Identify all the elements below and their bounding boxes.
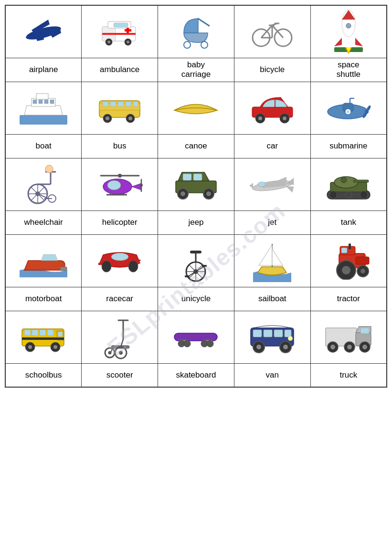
svg-rect-146 — [40, 330, 46, 336]
label-jeep: jeep — [158, 211, 234, 234]
label-car: car — [234, 134, 310, 158]
label-schoolbus: schoolbus — [5, 363, 82, 387]
svg-point-178 — [283, 345, 288, 349]
svg-rect-143 — [58, 332, 63, 337]
svg-point-138 — [360, 269, 365, 274]
cell-wheelchair-img — [5, 158, 82, 211]
svg-rect-139 — [349, 243, 351, 249]
svg-rect-128 — [185, 275, 190, 277]
cell-bicycle-img — [234, 5, 310, 58]
svg-line-15 — [198, 19, 209, 26]
svg-point-159 — [119, 351, 123, 355]
svg-line-20 — [261, 25, 272, 38]
label-scooter: scooter — [82, 363, 158, 387]
cell-racecar-img — [82, 234, 158, 287]
svg-point-111 — [111, 253, 128, 261]
label-tractor: tractor — [310, 287, 387, 311]
svg-point-84 — [140, 184, 143, 187]
svg-rect-105 — [353, 180, 369, 182]
svg-point-117 — [128, 261, 138, 272]
cell-helicopter-img — [82, 158, 158, 211]
svg-rect-181 — [360, 328, 369, 334]
svg-point-116 — [102, 261, 111, 272]
label-submarine: submarine — [310, 134, 387, 158]
svg-rect-48 — [133, 102, 138, 106]
label-sailboat: sailboat — [234, 287, 310, 311]
label-truck: truck — [310, 363, 387, 387]
svg-point-106 — [341, 177, 347, 183]
svg-point-79 — [45, 165, 53, 173]
svg-rect-125 — [190, 251, 201, 253]
label-tank: tank — [310, 211, 387, 234]
label-motorboat: motorboat — [5, 287, 82, 311]
svg-point-150 — [28, 345, 32, 349]
svg-rect-35 — [20, 115, 67, 125]
svg-rect-171 — [264, 330, 272, 337]
svg-rect-132 — [356, 257, 369, 264]
svg-rect-90 — [183, 174, 191, 180]
svg-line-21 — [272, 25, 283, 38]
svg-point-109 — [345, 191, 352, 198]
svg-point-95 — [206, 191, 211, 196]
cell-jeep-img — [158, 158, 234, 211]
svg-rect-46 — [118, 102, 124, 106]
svg-point-11 — [107, 41, 110, 43]
svg-point-13 — [127, 41, 129, 43]
label-helicopter: helicopter — [82, 211, 158, 234]
cell-unicycle-img — [158, 234, 234, 287]
label-airplane: airplane — [5, 58, 82, 82]
svg-rect-45 — [110, 102, 116, 106]
svg-point-183 — [330, 345, 335, 349]
label-boat: boat — [5, 134, 82, 158]
cell-bus-img — [82, 82, 158, 134]
svg-rect-47 — [126, 102, 131, 106]
svg-point-61 — [347, 110, 350, 113]
cell-sailboat-img — [234, 234, 310, 287]
page: ESLprintables.com — [0, 0, 392, 558]
svg-rect-134 — [341, 248, 347, 253]
cell-jet-img — [234, 158, 310, 211]
svg-rect-39 — [39, 100, 42, 104]
svg-point-85 — [107, 180, 121, 190]
svg-rect-148 — [22, 337, 64, 340]
svg-rect-147 — [47, 330, 53, 336]
label-racecar: racecar — [82, 287, 158, 311]
vehicles-grid: airplane ambulance baby carriage bicycle… — [5, 5, 387, 388]
svg-point-81 — [118, 174, 122, 178]
svg-point-57 — [283, 116, 286, 120]
svg-marker-31 — [334, 38, 342, 46]
svg-point-93 — [180, 191, 185, 196]
cell-ambulance-img — [82, 5, 158, 58]
cell-scooter-img — [82, 311, 158, 363]
cell-car-img — [234, 82, 310, 134]
svg-rect-91 — [193, 174, 202, 180]
svg-rect-110 — [60, 267, 67, 271]
svg-marker-32 — [355, 38, 363, 46]
svg-rect-44 — [103, 102, 108, 106]
cell-van-img — [234, 311, 310, 363]
svg-rect-129 — [202, 265, 207, 267]
svg-point-107 — [329, 191, 337, 199]
svg-point-101 — [258, 182, 265, 187]
svg-rect-9 — [127, 28, 129, 33]
svg-point-55 — [258, 116, 262, 120]
svg-rect-7 — [114, 23, 128, 27]
cell-motorboat-img — [5, 234, 82, 287]
label-bicycle: bicycle — [234, 58, 310, 82]
label-jet: jet — [234, 211, 310, 234]
svg-rect-145 — [32, 330, 38, 336]
svg-rect-41 — [50, 100, 54, 104]
svg-point-16 — [184, 42, 191, 48]
cell-tank-img — [310, 158, 387, 211]
svg-rect-40 — [44, 100, 48, 104]
cell-skateboard-img — [158, 311, 234, 363]
label-canoe: canoe — [158, 134, 234, 158]
svg-rect-172 — [274, 330, 283, 337]
svg-point-187 — [362, 345, 367, 349]
cell-space-shuttle-img — [310, 5, 387, 58]
svg-point-136 — [342, 266, 350, 274]
svg-point-52 — [128, 116, 132, 120]
svg-point-50 — [106, 116, 109, 120]
label-baby-carriage: baby carriage — [158, 58, 234, 82]
cell-canoe-img — [158, 82, 234, 134]
